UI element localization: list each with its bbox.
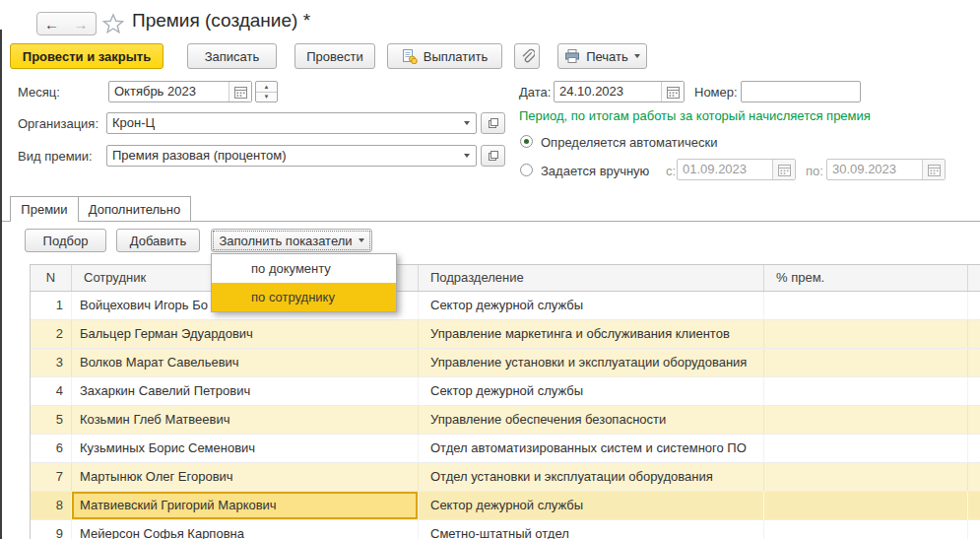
fill-indicators-button[interactable]: Заполнить показатели (211, 229, 372, 252)
cell-r[interactable] (968, 292, 980, 319)
cell-n[interactable]: 2 (31, 320, 72, 348)
cell-r[interactable] (968, 377, 980, 405)
cell-department[interactable]: Сектор дежурной службы (419, 292, 764, 319)
cell-percent[interactable] (764, 292, 968, 319)
period-to-value: 30.09.2023 (827, 160, 922, 179)
table-row[interactable]: 2Бальцер Герман ЭдуардовичУправление мар… (31, 320, 980, 349)
period-manual-label[interactable]: Задается вручную (541, 164, 649, 179)
cell-percent[interactable] (764, 492, 968, 519)
bonus-type-field[interactable]: Премия разовая (процентом) (106, 145, 477, 167)
table-row[interactable]: 6Кузьминых Борис СеменовичОтдел автомати… (31, 435, 980, 463)
cell-percent[interactable] (764, 349, 968, 376)
stepper-down-button[interactable]: ▼ (256, 93, 277, 102)
cell-percent[interactable] (764, 320, 968, 348)
cell-n[interactable]: 7 (31, 463, 72, 491)
cell-department[interactable]: Управление обеспечения безопасности (419, 406, 764, 434)
cell-percent[interactable] (764, 406, 968, 434)
table-row[interactable]: 3Волков Марат СавельевичУправление устан… (31, 349, 980, 377)
cell-n[interactable]: 3 (31, 349, 72, 376)
cell-r[interactable] (968, 406, 980, 434)
period-auto-label[interactable]: Определяется автоматически (541, 135, 718, 151)
month-field[interactable]: Октябрь 2023 (108, 81, 252, 102)
organization-open-button[interactable] (481, 112, 505, 134)
cell-n[interactable]: 9 (31, 520, 72, 539)
period-from-calendar-button[interactable] (772, 160, 795, 179)
cell-n[interactable]: 5 (31, 406, 72, 434)
cell-department[interactable]: Управление установки и эксплуатации обор… (419, 349, 764, 376)
print-button[interactable]: Печать (557, 43, 647, 69)
column-header-4[interactable]: Р (968, 265, 980, 291)
cell-employee[interactable]: Козьмин Глеб Матвеевич (72, 406, 419, 434)
month-calendar-button[interactable] (229, 82, 251, 101)
table-row[interactable]: 1Войцехович Игорь БоСектор дежурной служ… (31, 292, 980, 320)
cell-n[interactable]: 4 (31, 377, 72, 405)
stepper-up-button[interactable]: ▲ (256, 82, 277, 93)
column-header-0[interactable]: N (31, 265, 72, 291)
date-field[interactable]: 24.10.2023 (554, 81, 685, 102)
table-row[interactable]: 8Матвиевский Григорий МарковичСектор деж… (31, 492, 980, 520)
attachments-button[interactable] (514, 43, 540, 69)
write-label: Записать (205, 49, 260, 64)
cell-r[interactable] (968, 349, 980, 376)
cell-n[interactable]: 6 (31, 435, 72, 462)
nav-back-button[interactable]: ← (36, 12, 67, 35)
cell-department[interactable]: Сектор дежурной службы (419, 492, 764, 519)
table-row[interactable]: 4Захаркин Савелий ПетровичСектор дежурно… (31, 377, 980, 406)
organization-field[interactable]: Крон-Ц (106, 112, 477, 134)
favorites-star-icon[interactable] (101, 12, 125, 35)
post-button[interactable]: Провести (294, 43, 375, 69)
post-and-close-button[interactable]: Провести и закрыть (10, 43, 163, 69)
cell-department[interactable]: Отдел автоматизированных систем и систем… (419, 435, 764, 462)
column-header-2[interactable]: Подразделение (419, 265, 764, 291)
cell-department[interactable]: Управление маркетинга и обслуживания кли… (419, 320, 764, 348)
tab-dopolnitelno[interactable]: Дополнительно (79, 196, 191, 221)
cell-employee[interactable]: Захаркин Савелий Петрович (72, 377, 419, 405)
period-auto-radio[interactable] (520, 135, 533, 148)
menu-item[interactable]: по документу (212, 254, 396, 283)
cell-r[interactable] (968, 492, 980, 519)
table-row[interactable]: 7Мартынюк Олег ЕгоровичОтдел установки и… (31, 463, 980, 492)
period-from-value: 01.09.2023 (678, 160, 772, 179)
table-row[interactable]: 9Мейерсон Софья КарповнаСметно-штатный о… (31, 520, 980, 539)
pay-button[interactable]: Выплатить (387, 43, 502, 69)
cell-percent[interactable] (764, 435, 968, 462)
number-field[interactable] (741, 81, 861, 102)
cell-employee[interactable]: Волков Марат Савельевич (72, 349, 419, 376)
cell-r[interactable] (968, 520, 980, 539)
bonus-type-open-button[interactable] (481, 145, 505, 167)
cell-employee[interactable]: Матвиевский Григорий Маркович (72, 492, 419, 519)
write-button[interactable]: Записать (187, 43, 277, 69)
cell-employee[interactable]: Кузьминых Борис Семенович (72, 435, 419, 462)
cell-department[interactable]: Сметно-штатный отдел (419, 520, 764, 539)
organization-dropdown-button[interactable] (458, 113, 476, 133)
bonus-type-dropdown-button[interactable] (458, 146, 476, 166)
cell-r[interactable] (968, 463, 980, 491)
date-calendar-button[interactable] (661, 82, 684, 101)
period-from-label: с: (666, 164, 676, 179)
month-stepper[interactable]: ▲ ▼ (255, 81, 278, 102)
cell-department[interactable]: Сектор дежурной службы (419, 377, 764, 405)
table-row[interactable]: 5Козьмин Глеб МатвеевичУправление обеспе… (31, 406, 980, 435)
cell-n[interactable]: 8 (31, 492, 72, 519)
add-button[interactable]: Добавить (116, 229, 200, 252)
cell-percent[interactable] (764, 520, 968, 539)
period-manual-radio[interactable] (520, 164, 533, 176)
nav-forward-button[interactable]: → (66, 12, 97, 35)
tab-premii[interactable]: Премии (10, 196, 79, 222)
cell-r[interactable] (968, 320, 980, 348)
period-to-field[interactable]: 30.09.2023 (826, 159, 946, 180)
menu-item[interactable]: по сотруднику (212, 283, 396, 311)
cell-n[interactable]: 1 (31, 292, 72, 319)
cell-department[interactable]: Отдел установки и эксплуатации оборудова… (419, 463, 764, 491)
number-label: Номер: (694, 85, 738, 101)
cell-percent[interactable] (764, 463, 968, 491)
pick-button[interactable]: Подбор (25, 229, 106, 252)
cell-percent[interactable] (764, 377, 968, 405)
cell-employee[interactable]: Мартынюк Олег Егорович (72, 463, 419, 491)
cell-employee[interactable]: Мейерсон Софья Карповна (72, 520, 419, 539)
cell-r[interactable] (968, 435, 980, 462)
column-header-3[interactable]: % прем. (764, 265, 968, 291)
period-to-calendar-button[interactable] (922, 160, 945, 179)
period-from-field[interactable]: 01.09.2023 (677, 159, 796, 180)
cell-employee[interactable]: Бальцер Герман Эдуардович (72, 320, 419, 348)
